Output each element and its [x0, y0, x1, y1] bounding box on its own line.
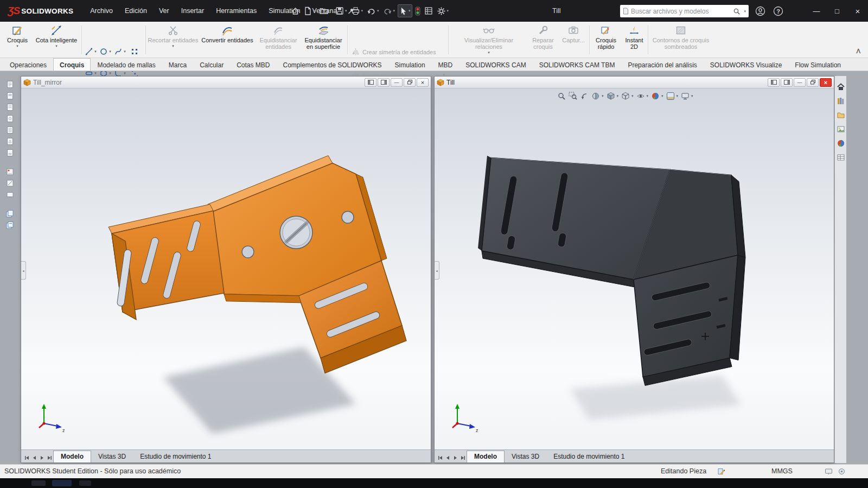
- display-style-dropdown[interactable]: ▾: [631, 94, 634, 98]
- close-document-button[interactable]: ×: [820, 78, 832, 87]
- viewport-till[interactable]: ▾ ▾ ▾ ▾ ▾ ▾ ▾: [435, 88, 834, 449]
- side-panel-icon-8[interactable]: [5, 167, 15, 177]
- view-settings-icon[interactable]: [681, 92, 690, 100]
- previous-document-button[interactable]: [365, 78, 376, 87]
- tab-modelado-de-mallas[interactable]: Modelado de mallas: [91, 58, 162, 71]
- tab-solidworks-cam[interactable]: SOLIDWORKS CAM: [459, 58, 532, 71]
- side-panel-icon-1[interactable]: [5, 79, 15, 90]
- maximize-button[interactable]: □: [827, 0, 847, 22]
- first-tab-button[interactable]: [23, 453, 30, 462]
- last-tab-button[interactable]: [459, 453, 467, 462]
- side-panel-icon-4[interactable]: [5, 113, 15, 124]
- open-button[interactable]: ▾: [318, 5, 333, 17]
- apply-scene-icon[interactable]: [666, 92, 675, 100]
- till-mirror-title-bar[interactable]: Till_mirror — ×: [21, 77, 431, 88]
- tab-operaciones[interactable]: Operaciones: [3, 58, 53, 71]
- viewport-till-mirror[interactable]: ◂ z: [21, 88, 431, 449]
- mirror-entities-button[interactable]: Crear simetría de entidades: [350, 46, 447, 58]
- menu-edicion[interactable]: Edición: [119, 0, 153, 22]
- minimize-document-button[interactable]: —: [794, 78, 806, 87]
- solidworks-resources-icon[interactable]: [837, 83, 845, 91]
- menu-herramientas[interactable]: Herramientas: [210, 0, 263, 22]
- next-tab-button[interactable]: [38, 453, 46, 462]
- design-library-icon[interactable]: [837, 97, 845, 105]
- view-settings-dropdown[interactable]: ▾: [691, 94, 693, 98]
- next-tab-button[interactable]: [451, 453, 459, 462]
- tab-vistas-3d[interactable]: Vistas 3D: [91, 451, 133, 462]
- close-button[interactable]: ×: [847, 0, 868, 22]
- restore-document-button[interactable]: [807, 78, 819, 87]
- close-document-button[interactable]: ×: [417, 78, 429, 87]
- redo-dropdown[interactable]: ▾: [393, 9, 395, 13]
- tab-mbd[interactable]: MBD: [432, 58, 459, 71]
- new-document-dropdown[interactable]: ▾: [313, 9, 315, 13]
- part-3d-model-till-mirror[interactable]: [21, 88, 431, 449]
- select-dropdown[interactable]: ▾: [409, 9, 411, 13]
- tab-cotas-mbd[interactable]: Cotas MBD: [230, 58, 276, 71]
- rebuild-button[interactable]: [414, 5, 422, 17]
- tab-solidworks-visualize[interactable]: SOLIDWORKS Visualize: [704, 58, 789, 71]
- tab-estudio-movimiento[interactable]: Estudio de movimiento 1: [546, 451, 631, 462]
- tab-croquis[interactable]: Croquis: [53, 58, 91, 71]
- status-display-icon[interactable]: [825, 467, 833, 476]
- tab-simulation[interactable]: Simulation: [388, 58, 432, 71]
- undo-button[interactable]: ▾: [366, 5, 380, 17]
- feature-manager-collapse-tab[interactable]: ◂: [435, 261, 439, 280]
- tab-calcular[interactable]: Calcular: [193, 58, 230, 71]
- menu-archivo[interactable]: Archivo: [84, 0, 119, 22]
- tab-estudio-movimiento[interactable]: Estudio de movimiento 1: [133, 451, 218, 462]
- display-delete-relations-button[interactable]: Visualizar/Eliminar relaciones ▾: [450, 23, 527, 55]
- tab-vistas-3d[interactable]: Vistas 3D: [505, 451, 546, 462]
- file-properties-button[interactable]: [423, 5, 434, 17]
- options-dropdown[interactable]: ▾: [447, 9, 449, 13]
- menu-insertar[interactable]: Insertar: [175, 0, 210, 22]
- previous-tab-button[interactable]: [444, 453, 451, 462]
- hide-show-dropdown[interactable]: ▾: [647, 94, 649, 98]
- home-button[interactable]: [290, 5, 301, 17]
- offset-entities-button[interactable]: Equidistanciar entidades: [257, 23, 299, 50]
- sketch-pattern-icon[interactable]: [127, 46, 142, 57]
- tab-marca[interactable]: Marca: [162, 58, 193, 71]
- next-document-button[interactable]: [378, 78, 390, 87]
- line-tool-icon[interactable]: ▾: [84, 46, 98, 57]
- new-document-button[interactable]: ▾: [303, 5, 316, 17]
- sketch-dropdown[interactable]: ▾: [16, 44, 18, 48]
- circle-tool-icon[interactable]: ▾: [98, 46, 113, 57]
- side-panel-icon-7[interactable]: [5, 148, 15, 158]
- smart-dimension-dropdown[interactable]: ▾: [55, 44, 58, 48]
- feature-manager-collapse-tab[interactable]: ◂: [21, 261, 26, 280]
- document-window-till-mirror[interactable]: Till_mirror — ×: [21, 76, 431, 463]
- restore-document-button[interactable]: [404, 78, 416, 87]
- relations-dropdown[interactable]: ▾: [488, 50, 490, 55]
- side-panel-icon-6[interactable]: [5, 136, 15, 147]
- next-document-button[interactable]: [781, 78, 793, 87]
- minimize-button[interactable]: —: [806, 0, 827, 22]
- shaded-sketch-contours-button[interactable]: Contornos de croquis sombreados: [650, 23, 712, 50]
- collapse-ribbon-chevron[interactable]: ᐱ: [856, 48, 860, 55]
- trim-entities-button[interactable]: Recortar entidades ▾: [148, 23, 199, 48]
- undo-dropdown[interactable]: ▾: [377, 9, 379, 13]
- trim-dropdown[interactable]: ▾: [172, 44, 174, 48]
- tab-complementos[interactable]: Complementos de SOLIDWORKS: [277, 58, 388, 71]
- side-panel-icon-2[interactable]: [5, 91, 15, 101]
- previous-tab-button[interactable]: [30, 453, 38, 462]
- edit-appearance-dropdown[interactable]: ▾: [661, 94, 663, 98]
- menu-ver[interactable]: Ver: [153, 0, 175, 22]
- apply-scene-dropdown[interactable]: ▾: [676, 94, 679, 98]
- help-icon[interactable]: ?: [773, 6, 783, 16]
- side-panel-icon-3[interactable]: [5, 102, 15, 112]
- capture-button[interactable]: Captur...: [560, 23, 587, 43]
- edit-appearance-icon[interactable]: [651, 92, 660, 100]
- tab-modelo[interactable]: Modelo: [53, 451, 91, 462]
- print-button[interactable]: ▾: [350, 5, 365, 17]
- first-tab-button[interactable]: [436, 453, 444, 462]
- hide-show-items-icon[interactable]: [636, 92, 645, 100]
- select-button[interactable]: ▾: [398, 4, 412, 17]
- open-dropdown[interactable]: ▾: [330, 9, 332, 13]
- redo-button[interactable]: ▾: [382, 5, 397, 17]
- save-dropdown[interactable]: ▾: [345, 9, 347, 13]
- offset-on-surface-button[interactable]: Equidistanciar en superficie: [301, 23, 346, 50]
- tab-flow-simulation[interactable]: Flow Simulation: [788, 58, 847, 71]
- units-selector[interactable]: MMGS: [771, 465, 793, 478]
- convert-entities-button[interactable]: Convertir entidades: [200, 23, 255, 43]
